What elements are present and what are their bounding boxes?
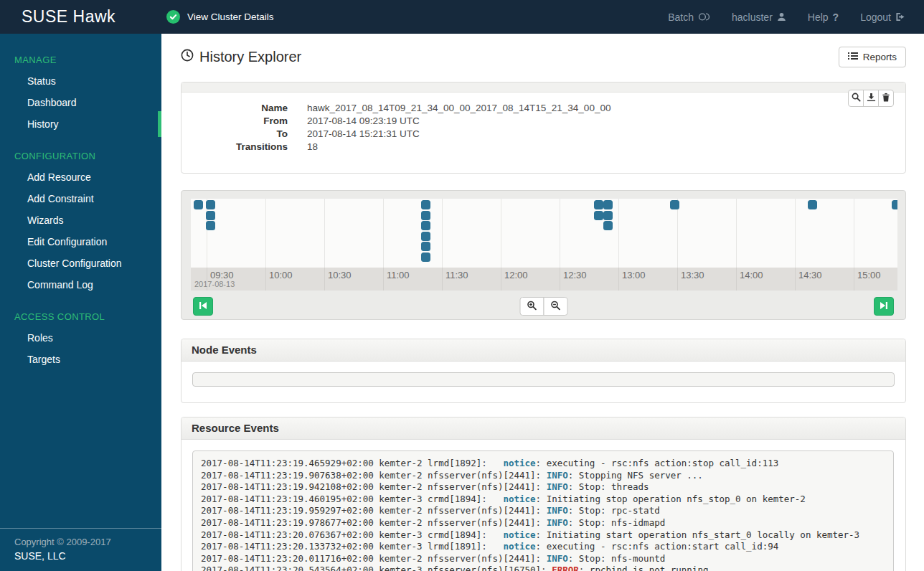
gridline bbox=[442, 199, 443, 268]
view-cluster-details-link[interactable]: View Cluster Details bbox=[166, 10, 274, 24]
node-events-empty-log bbox=[192, 372, 895, 387]
transition-marker[interactable] bbox=[206, 200, 215, 209]
zoom-out-button[interactable] bbox=[543, 297, 567, 316]
log-level: notice bbox=[503, 458, 535, 468]
brand-logo[interactable]: SUSE Hawk bbox=[0, 7, 161, 27]
transition-marker[interactable] bbox=[603, 200, 613, 209]
nav-section-title: ACCESS CONTROL bbox=[0, 311, 161, 327]
inspect-report-button[interactable] bbox=[848, 90, 864, 107]
transition-marker[interactable] bbox=[421, 232, 430, 241]
user-menu-item[interactable]: hacluster bbox=[732, 11, 786, 23]
axis-separator bbox=[677, 268, 678, 291]
gridline bbox=[383, 199, 384, 268]
timeline-skip-end-button[interactable] bbox=[874, 297, 894, 316]
axis-separator bbox=[324, 268, 325, 291]
axis-separator bbox=[854, 268, 854, 291]
axis-tick-label: 14:30 bbox=[798, 270, 822, 280]
report-info-panel-header bbox=[182, 82, 905, 93]
copyright-text: Copyright © 2009-2017 bbox=[14, 537, 161, 547]
sidebar-item-wizards[interactable]: Wizards bbox=[0, 209, 161, 231]
axis-date-label: 2017-08-13 bbox=[194, 280, 235, 288]
axis-separator bbox=[383, 268, 384, 291]
download-report-button[interactable] bbox=[863, 90, 879, 107]
log-line: 2017-08-14T11:23:20.076367+02:00 kemter-… bbox=[201, 529, 885, 542]
transition-marker[interactable] bbox=[421, 211, 430, 220]
gridline bbox=[795, 199, 796, 268]
sidebar: MANAGEStatusDashboardHistoryCONFIGURATIO… bbox=[0, 34, 161, 571]
skip-end-icon bbox=[880, 301, 888, 312]
transition-marker[interactable] bbox=[670, 200, 679, 209]
view-cluster-details-label: View Cluster Details bbox=[187, 11, 274, 22]
transition-marker[interactable] bbox=[594, 211, 603, 220]
sidebar-footer: Copyright © 2009-2017 SUSE, LLC bbox=[0, 528, 161, 571]
timeline-skip-start-button[interactable] bbox=[193, 297, 213, 316]
transition-marker[interactable] bbox=[194, 200, 203, 209]
gridline bbox=[618, 199, 619, 268]
sidebar-item-command-log[interactable]: Command Log bbox=[0, 274, 161, 296]
transition-marker[interactable] bbox=[594, 200, 603, 209]
transition-marker[interactable] bbox=[421, 200, 430, 209]
field-label: From bbox=[182, 115, 288, 128]
transition-marker[interactable] bbox=[892, 200, 898, 209]
sidebar-item-roles[interactable]: Roles bbox=[0, 327, 161, 349]
sidebar-item-cluster-configuration[interactable]: Cluster Configuration bbox=[0, 253, 161, 274]
report-field-transitions: Transitions18 bbox=[182, 141, 905, 154]
axis-tick-label: 10:00 bbox=[269, 270, 293, 280]
axis-tick-label: 13:00 bbox=[622, 270, 646, 280]
transition-marker[interactable] bbox=[603, 221, 613, 230]
transition-marker[interactable] bbox=[421, 242, 430, 251]
sidebar-item-history[interactable]: History bbox=[0, 113, 161, 135]
log-line: 2017-08-14T11:23:20.011716+02:00 kemter-… bbox=[201, 553, 885, 565]
transition-marker[interactable] bbox=[206, 211, 215, 220]
sidebar-item-dashboard[interactable]: Dashboard bbox=[0, 92, 161, 113]
gridline bbox=[265, 199, 266, 268]
sidebar-nav: MANAGEStatusDashboardHistoryCONFIGURATIO… bbox=[0, 55, 161, 370]
field-label: Transitions bbox=[182, 141, 288, 154]
axis-separator bbox=[442, 268, 443, 291]
report-field-from: From2017-08-14 09:23:19 UTC bbox=[182, 115, 905, 128]
gridline bbox=[854, 199, 854, 268]
log-line: 2017-08-14T11:23:19.959297+02:00 kemter-… bbox=[201, 505, 885, 517]
download-icon bbox=[867, 93, 876, 104]
topbar: SUSE Hawk View Cluster Details Batch hac… bbox=[0, 0, 924, 34]
node-events-panel: Node Events bbox=[181, 339, 906, 403]
cluster-ok-check-icon bbox=[166, 10, 180, 24]
help-menu-item[interactable]: Help ? bbox=[808, 11, 839, 23]
main-content: History Explorer Reports Namehawk_2017_0… bbox=[161, 34, 924, 571]
log-level: INFO bbox=[547, 481, 568, 492]
transition-marker[interactable] bbox=[421, 253, 430, 262]
gridline bbox=[501, 199, 501, 268]
transition-marker[interactable] bbox=[206, 221, 215, 230]
report-field-to: To2017-08-14 15:21:31 UTC bbox=[182, 128, 905, 141]
axis-separator bbox=[560, 268, 560, 291]
axis-tick-label: 10:30 bbox=[328, 270, 352, 280]
logout-menu-item[interactable]: Logout bbox=[860, 11, 905, 23]
transition-marker[interactable] bbox=[421, 221, 430, 230]
magnifier-icon bbox=[852, 93, 861, 104]
gridline bbox=[324, 199, 325, 268]
nav-section-title: CONFIGURATION bbox=[0, 151, 161, 166]
resource-events-log[interactable]: 2017-08-14T11:23:19.465929+02:00 kemter-… bbox=[192, 450, 894, 571]
report-info-panel: Namehawk_2017_08_14T09_21_34_00_00_2017_… bbox=[181, 82, 906, 174]
timeline-plot[interactable] bbox=[191, 199, 897, 268]
zoom-in-button[interactable] bbox=[519, 297, 544, 316]
batch-menu-item[interactable]: Batch bbox=[668, 11, 710, 23]
gridline bbox=[560, 199, 560, 268]
field-value: hawk_2017_08_14T09_21_34_00_00_2017_08_1… bbox=[307, 102, 610, 115]
sidebar-item-add-resource[interactable]: Add Resource bbox=[0, 166, 161, 188]
nav-section-title: MANAGE bbox=[0, 55, 161, 70]
sidebar-item-add-constraint[interactable]: Add Constraint bbox=[0, 188, 161, 209]
zoom-in-icon bbox=[527, 301, 537, 313]
reports-button[interactable]: Reports bbox=[839, 47, 906, 67]
sidebar-item-status[interactable]: Status bbox=[0, 70, 161, 92]
transition-marker[interactable] bbox=[808, 200, 817, 209]
transition-marker[interactable] bbox=[603, 211, 613, 220]
sidebar-item-edit-configuration[interactable]: Edit Configuration bbox=[0, 231, 161, 253]
delete-report-button[interactable] bbox=[878, 90, 894, 107]
log-line: 2017-08-14T11:23:20.133732+02:00 kemter-… bbox=[201, 541, 885, 553]
logout-icon bbox=[895, 12, 905, 22]
axis-separator bbox=[736, 268, 737, 291]
sidebar-item-targets[interactable]: Targets bbox=[0, 349, 161, 370]
field-value: 2017-08-14 09:23:19 UTC bbox=[307, 115, 420, 128]
batch-toggle-icon bbox=[698, 12, 710, 22]
